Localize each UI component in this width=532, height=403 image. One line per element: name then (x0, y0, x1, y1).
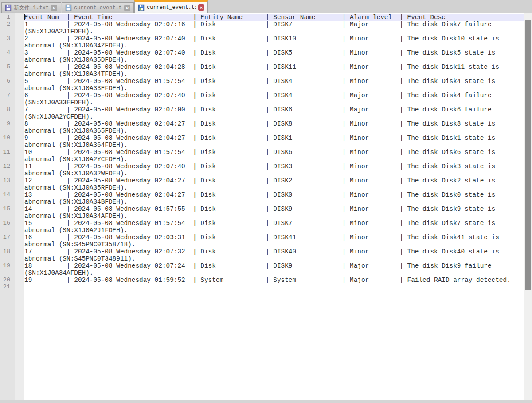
editor-visual-line[interactable]: abnormal (SN:X1J0A34TFDEH). (0, 71, 524, 78)
line-text[interactable]: 8 | 2024-05-08 Wednesday 02:04:27 | Disk… (24, 120, 524, 127)
editor-visual-line[interactable]: abnormal (SN:X1J0A365FDEH). (0, 127, 524, 134)
line-text[interactable]: abnormal (SN:X1J0A33EFDEH). (24, 85, 524, 92)
line-text[interactable]: 4 | 2024-05-08 Wednesday 02:04:28 | Disk… (24, 63, 524, 71)
vertical-scrollbar[interactable] (524, 13, 532, 400)
line-text[interactable]: 19 | 2024-05-08 Wednesday 01:59:52 | Sys… (24, 277, 524, 284)
editor-visual-line[interactable]: abnormal (SN:X1J0A33EFDEH). (0, 85, 524, 92)
editor-visual-line[interactable]: (SN:X1J0A2YCFDEH). (0, 113, 524, 120)
close-tab-icon[interactable]: × (198, 4, 204, 11)
line-text[interactable]: 10 | 2024-05-08 Wednesday 01:57:54 | Dis… (24, 149, 524, 156)
line-text[interactable]: 17 | 2024-05-08 Wednesday 02:07:32 | Dis… (24, 248, 524, 255)
editor-visual-line[interactable]: (SN:X1J0A33EFDEH). (0, 99, 524, 106)
tab-title: current_event.txt (74, 5, 122, 11)
line-text[interactable]: abnormal (SN:X1J0A35RFDEH). (24, 184, 524, 191)
editor-visual-line[interactable]: 65 | 2024-05-08 Wednesday 01:57:54 | Dis… (0, 78, 524, 85)
line-text[interactable]: abnormal (SN:X1J0A364FDEH). (24, 142, 524, 149)
scrollbar-thumb[interactable] (525, 20, 531, 290)
line-text[interactable]: 5 | 2024-05-08 Wednesday 01:57:54 | Disk… (24, 78, 524, 85)
line-number: 13 (0, 177, 10, 184)
line-text[interactable]: abnormal (SN:X1J0A34BFDEH). (24, 198, 524, 205)
editor-visual-line[interactable]: 2019 | 2024-05-08 Wednesday 01:59:52 | S… (0, 277, 524, 284)
line-number (0, 42, 10, 49)
editor-visual-line[interactable]: 21 (0, 284, 524, 291)
editor-visual-line[interactable]: abnormal (SN:S45PNC0T348911). (0, 255, 524, 262)
editor-visual-line[interactable]: 76 | 2024-05-08 Wednesday 02:07:40 | Dis… (0, 92, 524, 99)
line-text[interactable]: 1 | 2024-05-08 Wednesday 02:07:16 | Disk… (24, 21, 524, 28)
line-text[interactable]: 16 | 2024-05-08 Wednesday 02:03:31 | Dis… (24, 234, 524, 241)
editor-visual-line[interactable]: 1817 | 2024-05-08 Wednesday 02:07:32 | D… (0, 248, 524, 255)
line-text[interactable]: abnormal (SN:X1J0A32WFDEH). (24, 170, 524, 177)
editor-visual-line[interactable]: abnormal (SN:S45PNC0T358718). (0, 241, 524, 248)
editor-visual-line[interactable]: 1716 | 2024-05-08 Wednesday 02:03:31 | D… (0, 234, 524, 241)
line-text[interactable]: abnormal (SN:X1J0A2J1FDEH). (24, 227, 524, 234)
line-text[interactable]: (SN:X1J0A34AFDEH). (24, 269, 524, 277)
editor-visual-line[interactable]: 1312 | 2024-05-08 Wednesday 02:04:27 | D… (0, 177, 524, 184)
editor-visual-line[interactable]: 1514 | 2024-05-08 Wednesday 01:57:55 | D… (0, 205, 524, 213)
editor-visual-line[interactable]: 1Event Num | Event Time | Entity Name | … (0, 14, 524, 21)
line-text[interactable]: 13 | 2024-05-08 Wednesday 02:04:27 | Dis… (24, 191, 524, 198)
close-tab-icon[interactable]: × (124, 5, 130, 11)
line-text[interactable]: abnormal (SN:X1J0A35DFDEH). (24, 56, 524, 63)
editor-visual-line[interactable]: (SN:X1J0A2J1FDEH). (0, 28, 524, 35)
editor-visual-line[interactable]: 1413 | 2024-05-08 Wednesday 02:04:27 | D… (0, 191, 524, 198)
editor-visual-line[interactable]: 1211 | 2024-05-08 Wednesday 02:07:40 | D… (0, 163, 524, 170)
line-text[interactable]: 11 | 2024-05-08 Wednesday 02:07:40 | Dis… (24, 163, 524, 170)
editor-visual-line[interactable]: 109 | 2024-05-08 Wednesday 02:04:27 | Di… (0, 134, 524, 142)
line-number: 9 (0, 120, 10, 127)
line-text[interactable]: 6 | 2024-05-08 Wednesday 02:07:40 | Disk… (24, 92, 524, 99)
tab-new-file-1[interactable]: 新文件 1.txt × (1, 2, 61, 13)
editor-visual-line[interactable]: abnormal (SN:X1J0A34BFDEH). (0, 198, 524, 205)
editor-content[interactable]: 1Event Num | Event Time | Entity Name | … (0, 14, 524, 400)
editor-visual-line[interactable]: abnormal (SN:X1J0A2J1FDEH). (0, 227, 524, 234)
editor-visual-line[interactable]: 1110 | 2024-05-08 Wednesday 01:57:54 | D… (0, 149, 524, 156)
line-text[interactable]: abnormal (SN:X1J0A34ZFDEH). (24, 42, 524, 49)
line-number: 21 (0, 284, 10, 291)
tab-title: 新文件 1.txt (14, 4, 49, 12)
line-text[interactable]: 12 | 2024-05-08 Wednesday 02:04:27 | Dis… (24, 177, 524, 184)
line-text[interactable]: abnormal (SN:X1J0A365FDEH). (24, 127, 524, 134)
line-text[interactable]: abnormal (SN:X1J0A34TFDEH). (24, 71, 524, 78)
editor-visual-line[interactable]: 32 | 2024-05-08 Wednesday 02:07:40 | Dis… (0, 35, 524, 42)
line-text[interactable]: 9 | 2024-05-08 Wednesday 02:04:27 | Disk… (24, 134, 524, 142)
editor-visual-line[interactable]: 87 | 2024-05-08 Wednesday 02:07:00 | Dis… (0, 106, 524, 113)
line-text[interactable] (24, 284, 524, 291)
line-number (0, 85, 10, 92)
close-tab-icon[interactable]: × (51, 5, 57, 11)
editor-visual-line[interactable]: abnormal (SN:X1J0A2YCFDEH). (0, 156, 524, 163)
line-text[interactable]: abnormal (SN:S45PNC0T348911). (24, 255, 524, 262)
editor-visual-line[interactable]: 1615 | 2024-05-08 Wednesday 01:57:54 | D… (0, 220, 524, 227)
line-text[interactable]: abnormal (SN:X1J0A34AFDEH). (24, 213, 524, 220)
tab-bar: 新文件 1.txt × current_event.txt × current_… (0, 0, 532, 13)
editor-visual-line[interactable]: 1918 | 2024-05-08 Wednesday 02:07:24 | D… (0, 262, 524, 269)
line-text[interactable]: 2 | 2024-05-08 Wednesday 02:07:40 | Disk… (24, 35, 524, 42)
line-text[interactable]: 15 | 2024-05-08 Wednesday 01:57:54 | Dis… (24, 220, 524, 227)
editor-visual-line[interactable]: abnormal (SN:X1J0A34AFDEH). (0, 213, 524, 220)
line-number: 1 (0, 14, 10, 21)
line-text[interactable]: 18 | 2024-05-08 Wednesday 02:07:24 | Dis… (24, 262, 524, 269)
line-text[interactable]: abnormal (SN:X1J0A2YCFDEH). (24, 156, 524, 163)
editor-visual-line[interactable]: 21 | 2024-05-08 Wednesday 02:07:16 | Dis… (0, 21, 524, 28)
editor-visual-line[interactable]: 98 | 2024-05-08 Wednesday 02:04:27 | Dis… (0, 120, 524, 127)
line-text[interactable]: (SN:X1J0A33EFDEH). (24, 99, 524, 106)
line-text[interactable]: Event Num | Event Time | Entity Name | S… (24, 14, 524, 21)
line-number: 20 (0, 277, 10, 284)
editor-visual-line[interactable]: abnormal (SN:X1J0A35DFDEH). (0, 56, 524, 63)
line-text[interactable]: abnormal (SN:S45PNC0T358718). (24, 241, 524, 248)
line-text[interactable]: 7 | 2024-05-08 Wednesday 02:07:00 | Disk… (24, 106, 524, 113)
text-editor[interactable]: 1Event Num | Event Time | Entity Name | … (0, 13, 532, 400)
editor-visual-line[interactable]: abnormal (SN:X1J0A34ZFDEH). (0, 42, 524, 49)
editor-visual-line[interactable]: abnormal (SN:X1J0A364FDEH). (0, 142, 524, 149)
line-number (0, 56, 10, 63)
line-text[interactable]: 14 | 2024-05-08 Wednesday 01:57:55 | Dis… (24, 205, 524, 213)
line-text[interactable]: (SN:X1J0A2YCFDEH). (24, 113, 524, 120)
editor-visual-line[interactable]: 54 | 2024-05-08 Wednesday 02:04:28 | Dis… (0, 63, 524, 71)
line-text[interactable]: 3 | 2024-05-08 Wednesday 02:07:40 | Disk… (24, 49, 524, 56)
editor-visual-line[interactable]: abnormal (SN:X1J0A32WFDEH). (0, 170, 524, 177)
tab-current-event-2-active[interactable]: current_event.txt × (134, 0, 208, 13)
editor-visual-line[interactable]: abnormal (SN:X1J0A35RFDEH). (0, 184, 524, 191)
line-number: 11 (0, 149, 10, 156)
tab-current-event-1[interactable]: current_event.txt × (62, 2, 134, 13)
editor-visual-line[interactable]: (SN:X1J0A34AFDEH). (0, 269, 524, 277)
line-text[interactable]: (SN:X1J0A2J1FDEH). (24, 28, 524, 35)
editor-visual-line[interactable]: 43 | 2024-05-08 Wednesday 02:07:40 | Dis… (0, 49, 524, 56)
